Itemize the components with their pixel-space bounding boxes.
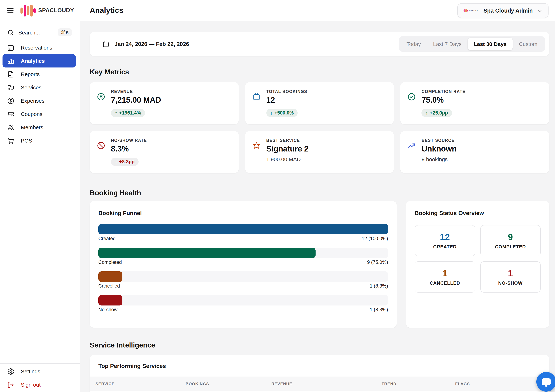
funnel-value: 1 (8.3%) [370, 283, 388, 289]
metric-label: COMPLETION RATE [422, 89, 466, 94]
sidebar-item-pos[interactable]: POS [0, 134, 80, 147]
funnel-label: Completed [98, 260, 122, 265]
key-metrics-grid: REVENUE 7,215.00 MAD ↑+1961.4% TOTAL BOO… [90, 82, 549, 173]
ticket-icon [7, 110, 14, 117]
status-count: 1 [508, 268, 513, 279]
metric-value: 12 [266, 95, 307, 105]
status-title: Booking Status Overview [415, 210, 541, 217]
metric-label: BEST SOURCE [422, 138, 457, 143]
account-menu-button[interactable]: SPACLOUDY Spa Cloudy Admin [457, 3, 548, 18]
range-button-last-30-days[interactable]: Last 30 Days [467, 38, 513, 50]
account-label: Spa Cloudy Admin [483, 7, 533, 14]
chat-bubble-icon [542, 378, 551, 385]
users-icon [7, 124, 14, 131]
ban-icon [97, 141, 106, 167]
services-table-header: SERVICE BOOKINGS REVENUE TREND FLAGS [90, 377, 549, 391]
funnel-value: 9 (75.0%) [367, 260, 388, 265]
funnel-label: Created [98, 236, 116, 241]
section-title-booking-health: Booking Health [90, 189, 549, 197]
menu-icon[interactable] [7, 7, 14, 14]
column-header-service: SERVICE [95, 382, 186, 386]
funnel-label: Cancelled [98, 283, 120, 289]
metric-value: 7,215.00 MAD [111, 95, 161, 105]
status-grid: 12 CREATED 9 COMPLETED 1 CANCELLED 1 NO-… [415, 225, 541, 293]
sidebar-item-members[interactable]: Members [0, 121, 80, 134]
mini-brand-logo: SPACLOUDY [463, 9, 479, 12]
funnel-value: 12 (100.0%) [362, 236, 388, 241]
metric-card-no-show-rate: NO-SHOW RATE 8.3% ↓+8.3pp [90, 131, 239, 173]
funnel-row-cancelled: Cancelled1 (8.3%) [98, 271, 388, 289]
search-placeholder: Search... [18, 29, 40, 35]
status-count: 12 [440, 232, 450, 242]
booking-status-card: Booking Status Overview 12 CREATED 9 COM… [406, 201, 549, 328]
status-label: COMPLETED [495, 244, 526, 249]
status-tile-cancelled: 1 CANCELLED [415, 261, 475, 293]
sidebar-footer: Settings Sign out [0, 363, 80, 391]
file-text-icon [7, 71, 14, 78]
search-shortcut-badge: ⌘K [58, 28, 72, 36]
status-label: CREATED [433, 244, 457, 249]
logo-bars-icon [21, 5, 36, 16]
top-services-card: Top Performing Services SERVICE BOOKINGS… [90, 355, 549, 392]
topbar: Analytics SPACLOUDY Spa Cloudy Admin [80, 0, 555, 21]
sidebar-item-reports[interactable]: Reports [0, 67, 80, 81]
main-content: Jan 24, 2026 — Feb 22, 2026 Today Last 7… [80, 21, 555, 392]
status-tile-no-show: 1 NO-SHOW [480, 261, 541, 293]
metric-label: NO-SHOW RATE [111, 138, 147, 143]
sidebar-header: SPACLOUDY [0, 0, 80, 21]
metric-card-completion-rate: COMPLETION RATE 75.0% ↑+25.0pp [401, 82, 549, 124]
dollar-circle-icon [7, 97, 14, 104]
arrow-up-icon: ↑ [426, 110, 428, 116]
metric-subtext: 1,900.00 MAD [266, 156, 308, 162]
funnel-bar [98, 248, 316, 258]
column-header-revenue: REVENUE [271, 382, 382, 386]
top-services-title: Top Performing Services [90, 363, 549, 369]
section-title-key-metrics: Key Metrics [90, 68, 549, 76]
brand-logo: SPACLOUDY [21, 5, 74, 16]
funnel-bar [98, 271, 122, 282]
sidebar-item-services[interactable]: Services [0, 81, 80, 94]
calendar-icon [252, 93, 262, 118]
trend-badge: ↓+8.3pp [111, 158, 139, 166]
sidebar-item-analytics[interactable]: Analytics [2, 54, 76, 67]
funnel-bar [98, 295, 122, 305]
status-tile-completed: 9 COMPLETED [480, 225, 541, 256]
metric-label: BEST SERVICE [266, 138, 308, 143]
dollar-circle-icon [97, 93, 106, 118]
layout-icon [7, 84, 14, 91]
status-label: NO-SHOW [498, 280, 523, 286]
chevron-down-icon [537, 7, 543, 14]
range-button-custom[interactable]: Custom [513, 38, 543, 50]
metric-value: Signature 2 [266, 144, 308, 154]
shopping-cart-icon [7, 137, 14, 144]
sidebar-item-signout[interactable]: Sign out [0, 378, 80, 391]
sidebar-nav: Reservations Analytics Reports Services … [0, 41, 80, 147]
date-range-segmented-control: Today Last 7 Days Last 30 Days Custom [399, 36, 545, 52]
column-header-flags: FLAGS [455, 382, 543, 386]
date-range-label: Jan 24, 2026 — Feb 22, 2026 [115, 41, 189, 47]
funnel-title: Booking Funnel [98, 210, 388, 217]
booking-health-row: Booking Funnel Created12 (100.0%) Comple… [90, 201, 549, 328]
trend-badge: ↑+500.0% [266, 109, 298, 117]
range-button-last-7-days[interactable]: Last 7 Days [427, 38, 467, 50]
status-count: 9 [508, 232, 513, 242]
status-count: 1 [442, 268, 447, 279]
sidebar-item-coupons[interactable]: Coupons [0, 107, 80, 121]
date-filter-bar: Jan 24, 2026 — Feb 22, 2026 Today Last 7… [90, 32, 549, 56]
sidebar-item-expenses[interactable]: Expenses [0, 94, 80, 107]
metric-value: Unknown [422, 144, 457, 154]
funnel-row-completed: Completed9 (75.0%) [98, 248, 388, 265]
arrow-up-icon: ↑ [270, 110, 273, 116]
metric-label: REVENUE [111, 89, 161, 94]
column-header-bookings: BOOKINGS [186, 382, 271, 386]
metric-card-revenue: REVENUE 7,215.00 MAD ↑+1961.4% [90, 82, 239, 124]
metric-card-total-bookings: TOTAL BOOKINGS 12 ↑+500.0% [245, 82, 394, 124]
chat-widget-button[interactable] [536, 372, 555, 392]
sidebar-item-settings[interactable]: Settings [0, 365, 80, 378]
funnel-chart: Created12 (100.0%) Completed9 (75.0%) Ca… [98, 224, 388, 312]
search-input[interactable]: Search... ⌘K [0, 26, 80, 39]
funnel-bar [98, 224, 388, 234]
sidebar-item-reservations[interactable]: Reservations [0, 41, 80, 54]
range-button-today[interactable]: Today [401, 38, 427, 50]
trend-badge: ↑+25.0pp [422, 109, 452, 117]
